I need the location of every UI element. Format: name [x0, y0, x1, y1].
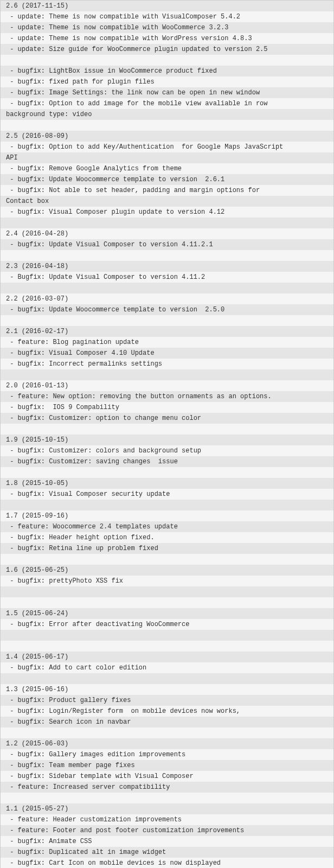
changelog-line — [1, 554, 333, 565]
changelog-line — [1, 500, 333, 510]
changelog-line — [1, 369, 333, 380]
changelog-line: - bugfix: Animate CSS — [1, 836, 333, 847]
changelog-line: Contact box — [1, 196, 333, 207]
changelog-line: - bugfix: Visual Composer security updat… — [1, 489, 333, 500]
changelog-line: - feature: Increased server compatibilit… — [1, 782, 333, 793]
changelog-line: - bugfix: Update Woocommerce template to… — [1, 174, 333, 185]
changelog-line: - bugfix: fixed path for plugin files — [1, 76, 333, 87]
changelog-line: - bugfix: Cart Icon on mobile devices is… — [1, 858, 333, 868]
changelog-line: - bugfix: Login/Register form on mobile … — [1, 706, 333, 717]
changelog-line: - bugfix: Add to cart color edition — [1, 662, 333, 673]
changelog-line: - Bugfix: Update Visual Composer to vers… — [1, 272, 333, 283]
changelog-line — [1, 641, 333, 652]
changelog-line — [1, 727, 333, 738]
changelog-line: - bugfix: Error after deactivating WooCo… — [1, 619, 333, 630]
changelog-line: 1.2 (2015-06-03) — [1, 738, 333, 749]
changelog-line: 2.4 (2016-04-28) — [1, 228, 333, 239]
changelog-line: 1.1 (2015-05-27) — [1, 803, 333, 814]
changelog-line: 1.3 (2015-06-16) — [1, 684, 333, 695]
changelog-line — [1, 315, 333, 326]
changelog-line: 2.3 (2016-04-18) — [1, 261, 333, 272]
changelog-line: - bugfix: Update Woocommerce template to… — [1, 304, 333, 315]
changelog-line — [1, 120, 333, 131]
changelog-line: - bugfix: prettyPhoto XSS fix — [1, 576, 333, 586]
changelog-line: - bugfix: Product gallery fixes — [1, 695, 333, 706]
changelog-line: - bugfix: Remove Google Analytics from t… — [1, 163, 333, 174]
changelog-line: 1.7 (2015-09-16) — [1, 510, 333, 521]
changelog-line: - bugfix: Search icon in navbar — [1, 717, 333, 727]
changelog-line — [1, 597, 333, 608]
changelog-line: - bugfix: Visual Composer plugin update … — [1, 207, 333, 218]
changelog-line: - bugfix: Not able to set header, paddin… — [1, 185, 333, 196]
changelog-line: - update: Size guide for WooCommerce plu… — [1, 44, 333, 55]
changelog-line: 1.9 (2015-10-15) — [1, 435, 333, 445]
changelog-line: - bugfix: Image Settings: the link now c… — [1, 87, 333, 98]
changelog-container: 2.6 (2017-11-15) - update: Theme is now … — [0, 0, 334, 868]
changelog-line — [1, 283, 333, 293]
changelog-line: - update: Theme is now compatible with V… — [1, 11, 333, 22]
changelog-line — [1, 55, 333, 66]
changelog-line: - feature: Woocommerce 2.4 templates upd… — [1, 521, 333, 532]
changelog-line: - bugfix: Customizer: option to change m… — [1, 413, 333, 424]
changelog-line: 1.6 (2015-06-25) — [1, 565, 333, 576]
changelog-line: - bugfix: Update Visual Composer to vers… — [1, 239, 333, 250]
changelog-line: - bugfix: Customizer: colors and backgro… — [1, 445, 333, 456]
changelog-line — [1, 586, 333, 597]
changelog-line: - bugfix: Gallery images edition improve… — [1, 749, 333, 760]
changelog-line: - feature: Footer and post footer custom… — [1, 825, 333, 836]
changelog-line — [1, 467, 333, 478]
changelog-line: - bugfix: Option to add image for the mo… — [1, 98, 333, 109]
changelog-line: 1.8 (2015-10-05) — [1, 478, 333, 489]
changelog-line: 2.1 (2016-02-17) — [1, 326, 333, 337]
changelog-line: 1.5 (2015-06-24) — [1, 608, 333, 619]
changelog-line: - bugfix: Sidebar template with Visual C… — [1, 771, 333, 782]
changelog-line: - bugfix: Customizer: saving changes iss… — [1, 456, 333, 467]
changelog-line: - feature: Blog pagination update — [1, 337, 333, 348]
changelog-line: 2.2 (2016-03-07) — [1, 293, 333, 304]
changelog-line: - update: Theme is now compatible with W… — [1, 33, 333, 44]
changelog-line: - bugfix: Option to add Key/Authenticati… — [1, 142, 333, 152]
changelog-line: - bugfix: Retina line up problem fixed — [1, 543, 333, 554]
changelog-line: - feature: New option: removing the butt… — [1, 391, 333, 402]
changelog-line: - feature: Header customization improvem… — [1, 814, 333, 825]
changelog-line: - bugfix: Team member page fixes — [1, 760, 333, 771]
changelog-line: 2.0 (2016-01-13) — [1, 380, 333, 391]
changelog-line — [1, 424, 333, 435]
changelog-line: API — [1, 152, 333, 163]
changelog-line — [1, 793, 333, 803]
changelog-line — [1, 250, 333, 261]
changelog-line: - bugfix: Duplicated alt in image widget — [1, 847, 333, 858]
changelog-line: background type: video — [1, 109, 333, 120]
changelog-line: 2.5 (2016-08-09) — [1, 131, 333, 142]
changelog-line: 1.4 (2015-06-17) — [1, 652, 333, 662]
changelog-line: - bugfix: IOS 9 Compability — [1, 402, 333, 413]
changelog-line — [1, 218, 333, 228]
changelog-line: - bugfix: Visual Composer 4.10 Update — [1, 348, 333, 359]
changelog-line: - bugfix: Incorrect permalinks settings — [1, 359, 333, 369]
changelog-line — [1, 673, 333, 684]
changelog-line — [1, 630, 333, 641]
changelog-line: - bugfix: Header height option fixed. — [1, 532, 333, 543]
changelog-line: - update: Theme is now compatible with W… — [1, 22, 333, 33]
changelog-line: - bugfix: LightBox issue in WooCommerce … — [1, 66, 333, 76]
changelog-line: 2.6 (2017-11-15) — [1, 1, 333, 11]
